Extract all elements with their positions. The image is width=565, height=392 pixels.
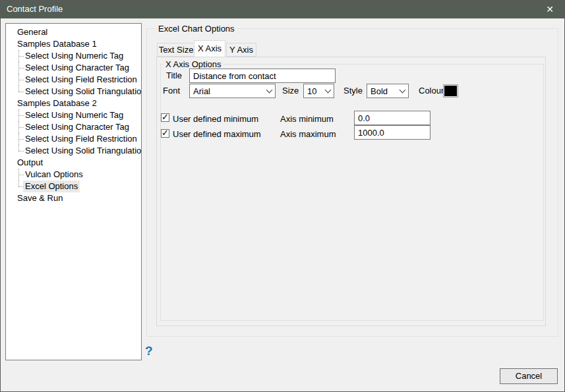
x-axis-options-label: X Axis Options bbox=[164, 59, 223, 69]
style-select[interactable]: Bold bbox=[367, 84, 409, 98]
sidebar-item-select-solid-triangulation-2[interactable]: Select Using Solid Triangulation bbox=[6, 145, 141, 157]
sidebar-item-select-field-restriction-1[interactable]: Select Using Field Restriction bbox=[6, 74, 141, 86]
sidebar-item-select-numeric-tag-1[interactable]: Select Using Numeric Tag bbox=[6, 50, 141, 62]
font-value: Arial bbox=[193, 86, 210, 96]
tab-text-size[interactable]: Text Size bbox=[157, 43, 195, 57]
colour-swatch[interactable] bbox=[443, 84, 458, 98]
help-icon[interactable]: ? bbox=[145, 344, 153, 358]
style-value: Bold bbox=[371, 86, 388, 96]
user-defined-minimum-label: User defined minimum bbox=[173, 114, 258, 124]
sidebar-item-samples-database-1[interactable]: Samples Database 1 bbox=[6, 38, 141, 50]
colour-swatch-fill bbox=[444, 86, 457, 96]
x-axis-options-group: X Axis Options bbox=[160, 64, 544, 321]
tree-connector bbox=[18, 92, 24, 92]
tree-connector bbox=[18, 145, 19, 151]
title-bar: Contact Profile ✕ bbox=[0, 0, 565, 18]
tree-connector bbox=[18, 139, 24, 140]
tree-connector bbox=[18, 80, 24, 80]
title-label: Title bbox=[166, 69, 182, 83]
style-label: Style bbox=[343, 84, 363, 98]
chevron-down-icon bbox=[325, 86, 332, 93]
tree-connector bbox=[18, 86, 19, 92]
axis-title-input[interactable] bbox=[189, 69, 336, 83]
font-select[interactable]: Arial bbox=[189, 84, 276, 98]
settings-tree: General Samples Database 1 Select Using … bbox=[5, 23, 142, 360]
tree-connector bbox=[18, 186, 24, 187]
size-label: Size bbox=[282, 84, 299, 98]
sidebar-item-save-and-run[interactable]: Save & Run bbox=[6, 192, 141, 204]
sidebar-item-select-character-tag-1[interactable]: Select Using Character Tag bbox=[6, 62, 141, 74]
user-defined-maximum-label: User defined maximum bbox=[173, 129, 261, 139]
tree-connector bbox=[18, 127, 24, 128]
size-value: 10 bbox=[307, 86, 316, 96]
excel-chart-options-label: Excel Chart Options bbox=[156, 24, 237, 34]
size-select[interactable]: 10 bbox=[303, 84, 334, 98]
tab-y-axis[interactable]: Y Axis bbox=[226, 43, 256, 57]
chevron-down-icon bbox=[266, 86, 273, 93]
axis-minimum-label: Axis minimum bbox=[280, 114, 334, 124]
axis-maximum-label: Axis maximum bbox=[280, 129, 336, 139]
contact-profile-dialog: Contact Profile ✕ General Samples Databa… bbox=[0, 0, 565, 392]
user-defined-maximum-checkbox[interactable] bbox=[161, 129, 169, 138]
tree-connector bbox=[18, 175, 24, 175]
axis-minimum-input[interactable] bbox=[354, 111, 431, 125]
user-defined-minimum-checkbox[interactable] bbox=[161, 113, 169, 122]
sidebar-item-general[interactable]: General bbox=[6, 26, 141, 38]
colour-label: Colour bbox=[419, 84, 444, 98]
font-label: Font bbox=[163, 84, 180, 98]
tree-connector bbox=[18, 68, 24, 69]
sidebar-item-select-solid-triangulation-1[interactable]: Select Using Solid Triangulation bbox=[6, 86, 141, 98]
window-title: Contact Profile bbox=[7, 0, 63, 18]
sidebar-item-select-numeric-tag-2[interactable]: Select Using Numeric Tag bbox=[6, 109, 141, 121]
sidebar-item-excel-options[interactable]: Excel Options bbox=[6, 181, 141, 192]
tree-connector bbox=[18, 151, 24, 152]
chevron-down-icon bbox=[400, 86, 406, 93]
tree-connector bbox=[18, 56, 24, 57]
tab-x-axis[interactable]: X Axis bbox=[194, 40, 225, 57]
tree-connector bbox=[18, 181, 19, 186]
sidebar-item-samples-database-2[interactable]: Samples Database 2 bbox=[6, 98, 141, 109]
sidebar-item-vulcan-options[interactable]: Vulcan Options bbox=[6, 169, 141, 181]
sidebar-item-output[interactable]: Output bbox=[6, 157, 141, 169]
close-icon[interactable]: ✕ bbox=[535, 0, 565, 18]
axis-maximum-input[interactable] bbox=[354, 125, 431, 140]
cancel-button[interactable]: Cancel bbox=[500, 368, 558, 384]
sidebar-item-select-character-tag-2[interactable]: Select Using Character Tag bbox=[6, 121, 141, 133]
sidebar-item-select-field-restriction-2[interactable]: Select Using Field Restriction bbox=[6, 133, 141, 145]
tree-connector bbox=[18, 115, 24, 116]
